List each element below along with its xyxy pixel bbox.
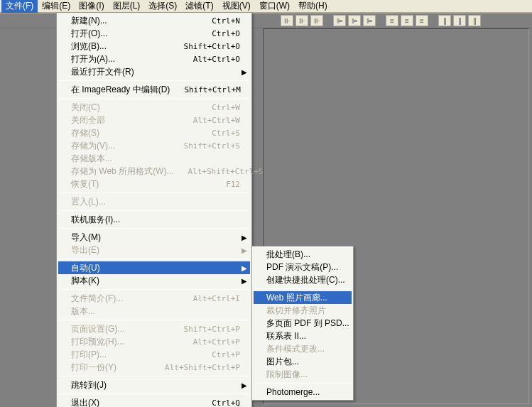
menu-item-label: 裁切并修齐照片: [266, 305, 342, 317]
menubar-item-6[interactable]: 视图(V): [218, 0, 255, 13]
file-item-2[interactable]: 浏览(B)...Shift+Ctrl+O: [58, 40, 250, 53]
menu-item-label: 页面设置(G)...: [71, 323, 170, 335]
menu-item-label: 最近打开文件(R): [71, 66, 240, 78]
file-item-23[interactable]: 自动(U)▶: [58, 261, 250, 274]
menu-item-shortcut: Alt+Ctrl+W: [179, 116, 240, 125]
file-item-3[interactable]: 打开为(A)...Alt+Ctrl+O: [58, 53, 250, 65]
menu-item-shortcut: Shift+Ctrl+M: [170, 85, 240, 94]
menu-item-label: 关闭(C): [71, 102, 197, 114]
file-item-8: 关闭(C)Ctrl+W: [58, 101, 250, 114]
menu-item-shortcut: Ctrl+P: [197, 350, 240, 359]
auto-item-9[interactable]: 图片包...: [254, 355, 352, 368]
menu-item-label: 图片包...: [266, 356, 342, 368]
menu-item-shortcut: Ctrl+W: [197, 103, 240, 112]
file-item-12: 存储版本...: [58, 152, 250, 165]
auto-item-4[interactable]: Web 照片画廊...: [254, 291, 352, 304]
chevron-right-icon: ▶: [241, 381, 247, 389]
menu-item-label: 导入(M): [71, 232, 240, 244]
menubar-item-0[interactable]: 文件(F): [1, 0, 38, 13]
menubar-item-3[interactable]: 图层(L): [109, 0, 145, 13]
chevron-right-icon: ▶: [241, 246, 247, 254]
menu-item-label: 恢复(T): [71, 178, 212, 190]
auto-item-0[interactable]: 批处理(B)...: [254, 248, 352, 261]
menu-item-label: 退出(X): [71, 397, 197, 408]
menu-item-label: 打开为(A)...: [71, 53, 179, 65]
file-sep-33: [60, 376, 249, 376]
menu-item-label: Web 照片画廊...: [266, 292, 342, 304]
auto-item-2[interactable]: 创建快捷批处理(C)...: [254, 273, 352, 286]
tool-dist-1[interactable]: ≡: [386, 15, 398, 26]
file-item-11: 存储为(V)...Shift+Ctrl+S: [58, 139, 250, 152]
auto-sep-11: [255, 383, 350, 384]
auto-item-6[interactable]: 多页面 PDF 到 PSD...: [254, 317, 352, 330]
file-item-32: 打印一份(Y)Alt+Shift+Ctrl+P: [58, 361, 250, 374]
menu-item-label: 存储为 Web 所用格式(W)...: [71, 165, 173, 178]
file-sep-15: [60, 192, 249, 193]
menu-item-label: 打印一份(Y): [71, 362, 151, 374]
menu-item-label: 版本...: [71, 305, 240, 318]
menu-item-shortcut: Shift+Ctrl+O: [170, 42, 240, 51]
menu-item-label: 存储为(V)...: [71, 140, 170, 152]
menu-item-label: 联系表 II...: [266, 330, 342, 342]
menu-item-label: 脚本(K): [71, 275, 240, 287]
chevron-right-icon: ▶: [241, 234, 247, 242]
auto-item-8: 条件模式更改...: [254, 342, 352, 355]
menubar-item-2[interactable]: 图像(I): [75, 0, 108, 13]
tool-align-2[interactable]: ⊪: [295, 15, 308, 26]
menubar: 文件(F)编辑(E)图像(I)图层(L)选择(S)滤镜(T)视图(V)窗口(W)…: [0, 0, 532, 13]
menu-item-label: 浏览(B)...: [71, 40, 170, 53]
menu-item-shortcut: Alt+Shift+Ctrl+S: [173, 167, 263, 176]
menubar-item-7[interactable]: 窗口(W): [255, 0, 294, 13]
menu-item-label: 存储版本...: [71, 153, 240, 165]
file-item-4[interactable]: 最近打开文件(R)▶: [58, 65, 250, 78]
menu-item-label: 创建快捷批处理(C)...: [266, 274, 345, 286]
menu-item-label: 导出(E): [71, 244, 240, 256]
menu-item-label: 多页面 PDF 到 PSD...: [266, 318, 349, 330]
file-item-24[interactable]: 脚本(K)▶: [58, 274, 250, 287]
tool-align-6[interactable]: ⊫: [363, 15, 376, 26]
menu-item-label: 在 ImageReady 中编辑(D): [71, 84, 170, 96]
file-sep-17: [60, 210, 249, 211]
menu-item-label: 限制图像...: [266, 369, 342, 381]
file-item-34[interactable]: 跳转到(J)▶: [58, 379, 250, 391]
tool-align-5[interactable]: ⊫: [348, 15, 361, 26]
tool-dist-2[interactable]: ≡: [401, 15, 413, 26]
menubar-item-1[interactable]: 编辑(E): [38, 0, 75, 13]
menu-item-label: 条件模式更改...: [266, 343, 342, 355]
auto-item-12[interactable]: Photomerge...: [254, 386, 352, 398]
file-item-20[interactable]: 导入(M)▶: [58, 231, 250, 244]
tool-align-3[interactable]: ⊪: [310, 15, 323, 26]
file-sep-35: [60, 394, 249, 394]
file-sep-22: [60, 259, 249, 259]
chevron-right-icon: ▶: [241, 264, 247, 272]
auto-item-7[interactable]: 联系表 II...: [254, 330, 352, 342]
file-sep-25: [60, 289, 249, 290]
menu-item-label: 打印预览(H)...: [71, 336, 179, 348]
file-item-26: 文件简介(F)...Alt+Ctrl+I: [58, 292, 250, 305]
file-item-13: 存储为 Web 所用格式(W)...Alt+Shift+Ctrl+S: [58, 165, 250, 178]
tool-align-4[interactable]: ⊫: [333, 15, 346, 26]
menubar-item-8[interactable]: 帮助(H): [294, 0, 332, 13]
file-item-18[interactable]: 联机服务(I)...: [58, 213, 250, 226]
auto-item-1[interactable]: PDF 演示文稿(P)...: [254, 261, 352, 273]
file-item-16: 置入(L)...: [58, 195, 250, 208]
menu-item-label: 存储(S): [71, 127, 197, 139]
menubar-item-4[interactable]: 选择(S): [144, 0, 181, 13]
menu-item-label: 批处理(B)...: [266, 249, 342, 261]
tool-dist-6[interactable]: ‖: [468, 15, 481, 26]
tool-dist-3[interactable]: ≡: [416, 15, 428, 26]
tool-dist-5[interactable]: ‖: [453, 15, 466, 26]
menu-item-shortcut: Shift+Ctrl+S: [170, 141, 240, 151]
menu-item-shortcut: Ctrl+S: [197, 129, 240, 138]
tool-dist-4[interactable]: ‖: [438, 15, 451, 26]
file-item-1[interactable]: 打开(O)...Ctrl+O: [58, 27, 250, 40]
menubar-item-5[interactable]: 滤镜(T): [181, 0, 217, 13]
menu-item-shortcut: Shift+Ctrl+P: [170, 325, 240, 334]
file-item-0[interactable]: 新建(N)...Ctrl+N: [58, 14, 250, 27]
file-item-36[interactable]: 退出(X)Ctrl+Q: [58, 396, 250, 407]
tool-align-1[interactable]: ⊪: [281, 15, 293, 26]
file-item-6[interactable]: 在 ImageReady 中编辑(D)Shift+Ctrl+M: [58, 83, 250, 96]
file-item-27: 版本...: [58, 305, 250, 318]
menu-item-label: 文件简介(F)...: [71, 293, 179, 305]
file-item-30: 打印预览(H)...Alt+Ctrl+P: [58, 335, 250, 348]
